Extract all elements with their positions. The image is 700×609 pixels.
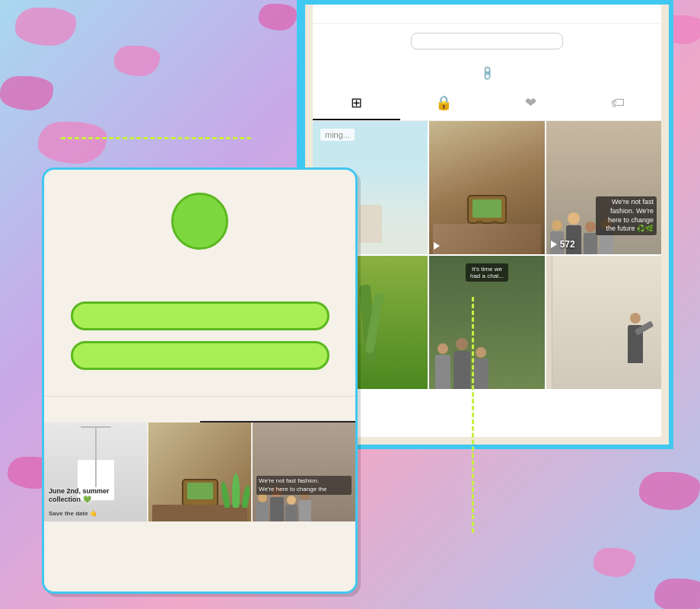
video-text-3: We're not fast fashion. We're here to ch…: [596, 196, 657, 235]
instagram-grid: June 2nd, summercollection 💚 Save the da…: [44, 422, 355, 521]
video-overlay-2: [434, 242, 443, 250]
link-icon: 🔗: [479, 65, 495, 82]
video-thumb-5[interactable]: It's time wehad a chat...: [429, 256, 544, 389]
tab-instagram[interactable]: [44, 397, 200, 422]
insta-post-3[interactable]: We're not fast fashion.We're here to cha…: [253, 422, 355, 521]
insta-post-2[interactable]: [148, 422, 251, 521]
video-grid: ming...: [313, 121, 661, 389]
tiktok-bio: [313, 59, 661, 65]
card-content: [44, 170, 355, 396]
tab-grid[interactable]: ⊞: [313, 87, 400, 120]
linktree-card: June 2nd, summercollection 💚 Save the da…: [42, 167, 358, 594]
video-thumb-2[interactable]: [429, 121, 544, 254]
hiring-button[interactable]: [71, 341, 329, 370]
video-overlay-3: 572: [551, 239, 575, 250]
tab-lock[interactable]: 🔒: [400, 87, 488, 120]
stats-row: [313, 5, 661, 24]
shop-button[interactable]: [71, 301, 329, 330]
tiktok-tab-icons: ⊞ 🔒 ❤ 🏷: [313, 87, 661, 121]
dashed-line-top: [61, 137, 251, 139]
video-thumb-6[interactable]: [546, 256, 661, 389]
insta-post-1[interactable]: June 2nd, summercollection 💚 Save the da…: [44, 422, 147, 521]
card-tabs: [44, 396, 355, 422]
tiktok-profile-panel: 🔗 ⊞ 🔒 ❤ 🏷 ming...: [313, 5, 661, 437]
edit-profile-button[interactable]: [411, 33, 563, 49]
tab-heart[interactable]: ❤: [487, 87, 574, 120]
tiktok-link[interactable]: 🔗: [313, 65, 661, 87]
tab-tag[interactable]: 🏷: [574, 87, 662, 120]
tab-tiktok[interactable]: [200, 397, 356, 422]
brand-logo: [171, 193, 228, 250]
video-thumb-3[interactable]: We're not fast fashion. We're here to ch…: [546, 121, 661, 254]
